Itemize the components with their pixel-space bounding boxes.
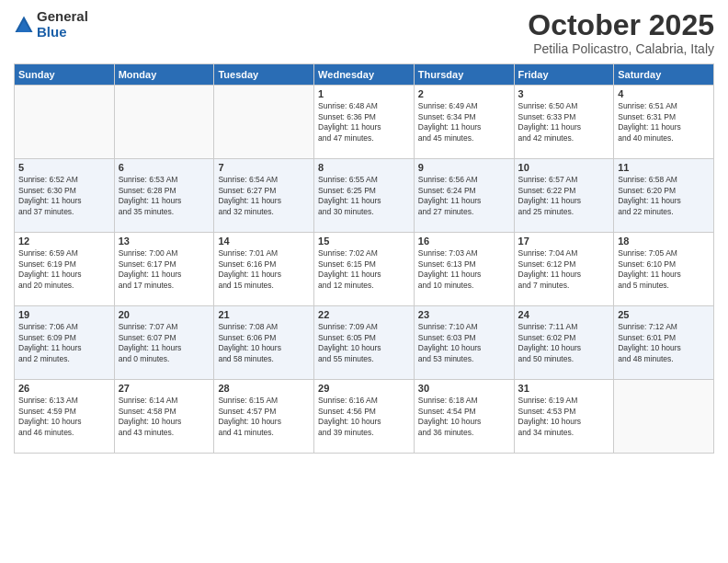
table-row: 7Sunrise: 6:54 AM Sunset: 6:27 PM Daylig… — [214, 159, 314, 233]
day-info: Sunrise: 7:05 AM Sunset: 6:10 PM Dayligh… — [618, 248, 710, 291]
table-row: 28Sunrise: 6:15 AM Sunset: 4:57 PM Dayli… — [214, 380, 314, 454]
table-row: 2Sunrise: 6:49 AM Sunset: 6:34 PM Daylig… — [414, 86, 514, 159]
logo-general-text: General — [37, 9, 88, 25]
day-number: 30 — [418, 383, 510, 394]
table-row: 16Sunrise: 7:03 AM Sunset: 6:13 PM Dayli… — [414, 233, 514, 306]
day-info: Sunrise: 6:58 AM Sunset: 6:20 PM Dayligh… — [618, 175, 710, 217]
day-info: Sunrise: 7:07 AM Sunset: 6:07 PM Dayligh… — [119, 322, 210, 364]
header-friday: Friday — [514, 64, 614, 86]
table-row: 31Sunrise: 6:19 AM Sunset: 4:53 PM Dayli… — [514, 380, 614, 454]
day-info: Sunrise: 7:02 AM Sunset: 6:15 PM Dayligh… — [318, 248, 410, 291]
day-info: Sunrise: 6:16 AM Sunset: 4:56 PM Dayligh… — [318, 396, 410, 438]
day-info: Sunrise: 7:04 AM Sunset: 6:12 PM Dayligh… — [518, 248, 610, 291]
day-number: 7 — [218, 162, 310, 173]
header-saturday: Saturday — [614, 64, 714, 86]
day-info: Sunrise: 7:01 AM Sunset: 6:16 PM Dayligh… — [218, 248, 310, 291]
calendar-week-row: 1Sunrise: 6:48 AM Sunset: 6:36 PM Daylig… — [15, 86, 714, 159]
page-container: General Blue October 2025 Petilia Polica… — [0, 0, 728, 463]
day-number: 1 — [318, 88, 410, 99]
table-row: 8Sunrise: 6:55 AM Sunset: 6:25 PM Daylig… — [314, 159, 415, 233]
table-row: 26Sunrise: 6:13 AM Sunset: 4:59 PM Dayli… — [15, 380, 115, 454]
day-number: 31 — [518, 383, 610, 394]
header-monday: Monday — [114, 64, 214, 86]
day-info: Sunrise: 7:10 AM Sunset: 6:03 PM Dayligh… — [418, 322, 510, 364]
day-number: 14 — [218, 236, 310, 247]
day-info: Sunrise: 6:54 AM Sunset: 6:27 PM Dayligh… — [218, 175, 310, 217]
day-number: 22 — [318, 309, 410, 320]
table-row: 3Sunrise: 6:50 AM Sunset: 6:33 PM Daylig… — [514, 86, 614, 159]
logo: General Blue — [14, 9, 88, 40]
day-number: 18 — [618, 236, 710, 247]
table-row: 10Sunrise: 6:57 AM Sunset: 6:22 PM Dayli… — [514, 159, 614, 233]
table-row: 20Sunrise: 7:07 AM Sunset: 6:07 PM Dayli… — [114, 306, 214, 380]
table-row: 23Sunrise: 7:10 AM Sunset: 6:03 PM Dayli… — [414, 306, 514, 380]
day-number: 29 — [318, 383, 410, 394]
table-row: 4Sunrise: 6:51 AM Sunset: 6:31 PM Daylig… — [614, 86, 714, 159]
day-number: 4 — [618, 88, 710, 99]
day-info: Sunrise: 7:06 AM Sunset: 6:09 PM Dayligh… — [18, 322, 110, 364]
table-row: 21Sunrise: 7:08 AM Sunset: 6:06 PM Dayli… — [214, 306, 314, 380]
header-wednesday: Wednesday — [314, 64, 415, 86]
day-info: Sunrise: 7:00 AM Sunset: 6:17 PM Dayligh… — [119, 248, 210, 291]
location-subtitle: Petilia Policastro, Calabria, Italy — [528, 41, 714, 56]
day-info: Sunrise: 6:59 AM Sunset: 6:19 PM Dayligh… — [18, 248, 110, 291]
table-row: 5Sunrise: 6:52 AM Sunset: 6:30 PM Daylig… — [15, 159, 115, 233]
table-row: 24Sunrise: 7:11 AM Sunset: 6:02 PM Dayli… — [514, 306, 614, 380]
day-info: Sunrise: 6:49 AM Sunset: 6:34 PM Dayligh… — [418, 101, 510, 144]
day-number: 9 — [418, 162, 510, 173]
day-info: Sunrise: 7:03 AM Sunset: 6:13 PM Dayligh… — [418, 248, 510, 291]
day-number: 27 — [119, 383, 210, 394]
day-number: 3 — [518, 88, 610, 99]
title-block: October 2025 Petilia Policastro, Calabri… — [528, 9, 714, 56]
days-header-row: Sunday Monday Tuesday Wednesday Thursday… — [15, 64, 714, 86]
table-row — [214, 86, 314, 159]
table-row: 1Sunrise: 6:48 AM Sunset: 6:36 PM Daylig… — [314, 86, 415, 159]
day-info: Sunrise: 6:18 AM Sunset: 4:54 PM Dayligh… — [418, 396, 510, 438]
logo-icon — [14, 15, 34, 35]
day-number: 26 — [18, 383, 110, 394]
table-row: 22Sunrise: 7:09 AM Sunset: 6:05 PM Dayli… — [314, 306, 415, 380]
day-number: 2 — [418, 88, 510, 99]
day-number: 13 — [119, 236, 210, 247]
calendar-week-row: 26Sunrise: 6:13 AM Sunset: 4:59 PM Dayli… — [15, 380, 714, 454]
table-row — [15, 86, 115, 159]
table-row: 27Sunrise: 6:14 AM Sunset: 4:58 PM Dayli… — [114, 380, 214, 454]
day-info: Sunrise: 7:08 AM Sunset: 6:06 PM Dayligh… — [218, 322, 310, 364]
day-number: 16 — [418, 236, 510, 247]
day-number: 23 — [418, 309, 510, 320]
day-info: Sunrise: 6:14 AM Sunset: 4:58 PM Dayligh… — [119, 396, 210, 438]
day-number: 5 — [18, 162, 110, 173]
day-number: 11 — [618, 162, 710, 173]
table-row: 25Sunrise: 7:12 AM Sunset: 6:01 PM Dayli… — [614, 306, 714, 380]
header: General Blue October 2025 Petilia Polica… — [14, 9, 714, 56]
calendar-week-row: 12Sunrise: 6:59 AM Sunset: 6:19 PM Dayli… — [15, 233, 714, 306]
day-number: 15 — [318, 236, 410, 247]
day-number: 24 — [518, 309, 610, 320]
day-number: 10 — [518, 162, 610, 173]
day-info: Sunrise: 6:13 AM Sunset: 4:59 PM Dayligh… — [18, 396, 110, 438]
table-row: 18Sunrise: 7:05 AM Sunset: 6:10 PM Dayli… — [614, 233, 714, 306]
day-info: Sunrise: 6:53 AM Sunset: 6:28 PM Dayligh… — [119, 175, 210, 217]
day-number: 12 — [18, 236, 110, 247]
day-info: Sunrise: 6:56 AM Sunset: 6:24 PM Dayligh… — [418, 175, 510, 217]
day-number: 17 — [518, 236, 610, 247]
table-row — [114, 86, 214, 159]
table-row: 11Sunrise: 6:58 AM Sunset: 6:20 PM Dayli… — [614, 159, 714, 233]
day-info: Sunrise: 6:51 AM Sunset: 6:31 PM Dayligh… — [618, 101, 710, 144]
header-thursday: Thursday — [414, 64, 514, 86]
calendar-table: Sunday Monday Tuesday Wednesday Thursday… — [14, 63, 714, 454]
table-row: 19Sunrise: 7:06 AM Sunset: 6:09 PM Dayli… — [15, 306, 115, 380]
table-row: 12Sunrise: 6:59 AM Sunset: 6:19 PM Dayli… — [15, 233, 115, 306]
day-number: 8 — [318, 162, 410, 173]
day-number: 28 — [218, 383, 310, 394]
day-number: 25 — [618, 309, 710, 320]
table-row: 6Sunrise: 6:53 AM Sunset: 6:28 PM Daylig… — [114, 159, 214, 233]
day-number: 20 — [119, 309, 210, 320]
table-row: 9Sunrise: 6:56 AM Sunset: 6:24 PM Daylig… — [414, 159, 514, 233]
table-row: 29Sunrise: 6:16 AM Sunset: 4:56 PM Dayli… — [314, 380, 415, 454]
logo-text: General Blue — [37, 9, 88, 40]
day-info: Sunrise: 6:19 AM Sunset: 4:53 PM Dayligh… — [518, 396, 610, 438]
day-number: 19 — [18, 309, 110, 320]
day-info: Sunrise: 7:09 AM Sunset: 6:05 PM Dayligh… — [318, 322, 410, 364]
header-sunday: Sunday — [15, 64, 115, 86]
